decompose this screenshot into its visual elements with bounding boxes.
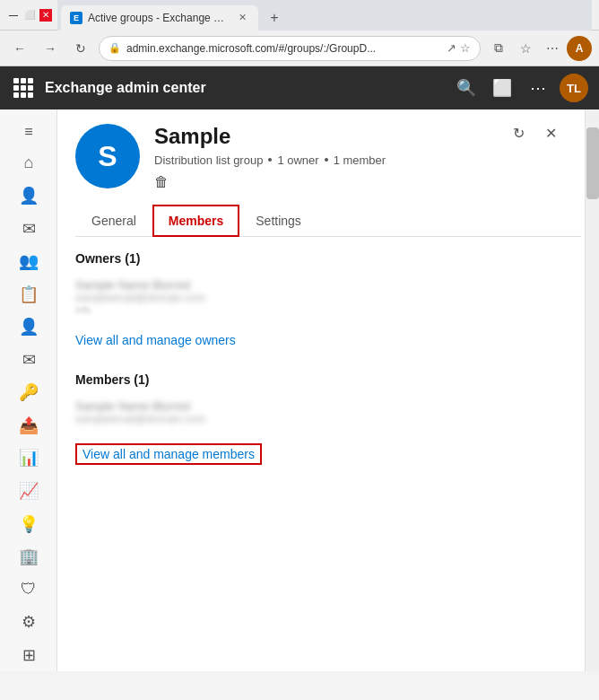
group-info: Sample Distribution list group 1 owner 1… [154, 124, 563, 190]
maximize-button[interactable]: ⬜ [23, 9, 36, 22]
scrollbar-track[interactable] [585, 109, 599, 671]
waffle-menu-icon[interactable] [11, 75, 36, 101]
group-meta: Distribution list group 1 owner 1 member [154, 153, 563, 167]
owner-email: sampleemail@domain.com [75, 292, 581, 304]
sidebar-item-mailflow[interactable]: ✉ [0, 212, 57, 245]
refresh-button[interactable]: ↻ [68, 36, 93, 61]
sidebar-item-settings[interactable]: ⚙ [0, 606, 57, 639]
owners-section-title: Owners (1) [75, 251, 581, 266]
tab-members[interactable]: Members [152, 205, 239, 237]
sidebar-item-migration[interactable]: 📤 [0, 409, 57, 442]
sidebar-item-other[interactable]: ⊞ [0, 638, 57, 671]
members-section: Members (1) Sample Name Blurred sampleem… [75, 372, 581, 483]
member-item: Sample Name Blurred sampleemail@domain.c… [75, 396, 581, 429]
app-layout: Exchange admin center 🔍 ⬜ ⋯ TL ≡ ⌂ 👤 ✉ 👥… [0, 66, 599, 671]
tab-title: Active groups - Exchange admin [88, 12, 230, 24]
main-body: ≡ ⌂ 👤 ✉ 👥 📋 👤 ✉ 🔑 📤 📊 📈 💡 🏢 🛡 ⚙ ⊞ ↻ [0, 109, 599, 671]
group-actions: 🗑 [154, 174, 563, 190]
top-nav: Exchange admin center 🔍 ⬜ ⋯ TL [0, 66, 599, 109]
active-tab[interactable]: E Active groups - Exchange admin ✕ [61, 5, 258, 31]
owner-sub: info [75, 304, 581, 315]
sidebar-item-mail2[interactable]: ✉ [0, 344, 57, 377]
close-window-button[interactable]: ✕ [39, 9, 52, 22]
owner-count: 1 owner [277, 153, 318, 167]
favorites-icon[interactable]: ☆ [513, 36, 538, 61]
forward-button[interactable]: → [38, 36, 63, 61]
sidebar-item-org[interactable]: 🏢 [0, 540, 57, 573]
top-nav-icons: 🔍 ⬜ ⋯ TL [452, 74, 588, 102]
member-email: sampleemail@domain.com [75, 413, 581, 425]
meta-dot-2 [325, 158, 328, 162]
address-bar-row: ← → ↻ 🔒 admin.exchange.microsoft.com/#/g… [0, 31, 599, 66]
share-icon[interactable]: ↗ [447, 41, 456, 55]
view-all-owners-link[interactable]: View all and manage owners [75, 333, 236, 347]
lock-icon: 🔒 [109, 42, 121, 54]
owner-item: Sample Name Blurred sampleemail@domain.c… [75, 275, 581, 319]
sidebar-item-resources[interactable]: 📋 [0, 277, 57, 311]
tab-settings[interactable]: Settings [239, 205, 317, 237]
owners-section: Owners (1) Sample Name Blurred sampleema… [75, 251, 581, 365]
back-button[interactable]: ← [7, 36, 32, 61]
panel-close-button[interactable]: ✕ [538, 120, 563, 145]
sidebar-item-analytics[interactable]: 📈 [0, 475, 57, 508]
panel: ↻ ✕ S Sample Distribution list group 1 o… [57, 109, 599, 671]
tab-bar: E Active groups - Exchange admin ✕ + [57, 0, 592, 31]
tab-close-icon[interactable]: ✕ [235, 11, 249, 25]
new-tab-button[interactable]: + [262, 5, 287, 31]
split-screen-icon[interactable]: ⧉ [486, 36, 511, 61]
user-avatar-top[interactable]: TL [560, 74, 588, 102]
group-type: Distribution list group [154, 153, 263, 167]
star-icon[interactable]: ☆ [460, 41, 471, 55]
minimize-button[interactable]: — [7, 9, 20, 22]
search-icon[interactable]: 🔍 [452, 74, 481, 102]
sidebar-item-roles[interactable]: 🔑 [0, 376, 57, 409]
member-name: Sample Name Blurred [75, 399, 581, 413]
delete-icon[interactable]: 🗑 [154, 174, 169, 189]
tab-favicon: E [70, 12, 82, 24]
browser-menu-icon[interactable]: ⋯ [540, 36, 565, 61]
member-count: 1 member [334, 153, 386, 167]
window-controls: — ⬜ ✕ [7, 9, 52, 22]
sidebar-toggle[interactable]: ≡ [0, 117, 57, 146]
meta-dot-1 [268, 158, 272, 162]
address-bar[interactable]: 🔒 admin.exchange.microsoft.com/#/groups/… [99, 36, 481, 61]
screen-icon[interactable]: ⬜ [488, 74, 517, 102]
sidebar-item-reports[interactable]: 📊 [0, 442, 57, 475]
sidebar-item-groups[interactable]: 👥 [0, 245, 57, 278]
sidebar-item-contacts[interactable]: 👤 [0, 311, 57, 344]
address-text: admin.exchange.microsoft.com/#/groups/:/… [126, 42, 441, 55]
owner-name: Sample Name Blurred [75, 278, 581, 292]
app-title: Exchange admin center [45, 80, 443, 96]
panel-refresh-button[interactable]: ↻ [506, 120, 531, 145]
sidebar: ≡ ⌂ 👤 ✉ 👥 📋 👤 ✉ 🔑 📤 📊 📈 💡 🏢 🛡 ⚙ ⊞ [0, 109, 57, 671]
tab-general[interactable]: General [75, 205, 152, 237]
group-name: Sample [154, 124, 563, 150]
group-avatar: S [75, 124, 140, 188]
tabs: General Members Settings [75, 205, 581, 237]
sidebar-item-insights[interactable]: 💡 [0, 507, 57, 540]
members-section-title: Members (1) [75, 372, 581, 387]
browser-menu-icons: ⧉ ☆ ⋯ A [486, 36, 592, 61]
view-all-members-link[interactable]: View all and manage members [75, 443, 262, 465]
content-area: ↻ ✕ S Sample Distribution list group 1 o… [57, 109, 599, 671]
sidebar-item-recipients[interactable]: 👤 [0, 179, 57, 213]
more-icon[interactable]: ⋯ [524, 74, 552, 102]
address-icons: ↗ ☆ [447, 41, 471, 55]
sidebar-item-home[interactable]: ⌂ [0, 146, 57, 179]
panel-top-actions: ↻ ✕ [506, 120, 563, 145]
browser-titlebar: — ⬜ ✕ E Active groups - Exchange admin ✕… [0, 0, 599, 31]
sidebar-item-compliance[interactable]: 🛡 [0, 573, 57, 606]
scrollbar-thumb[interactable] [586, 127, 599, 199]
browser-user-avatar[interactable]: A [567, 36, 592, 61]
